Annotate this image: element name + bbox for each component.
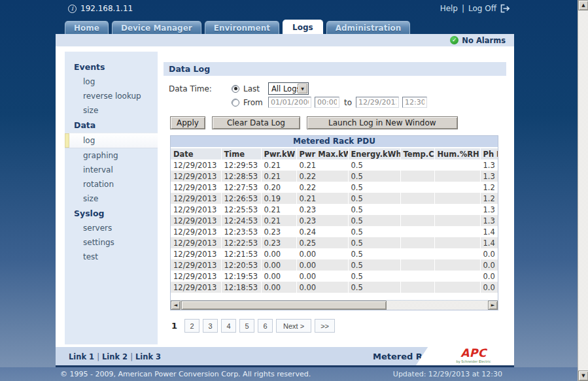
footer-link-1[interactable]: Link 1 [69,352,94,361]
sidebar-item-syslog-test[interactable]: test [65,250,158,264]
table-row: 12/29/201312:24:530.210.230.51.3 [171,215,498,226]
from-radio[interactable] [232,99,239,107]
table-cell: 0.5 [348,248,400,259]
table-cell: 0.00 [261,271,296,282]
log-range-value: All Logs [271,84,300,93]
launch-log-button[interactable]: Launch Log in New Window [307,116,458,129]
sidebar-item-events-log[interactable]: log [65,75,158,89]
page-button-5[interactable]: 5 [239,319,254,333]
sidebar-item-data-interval[interactable]: interval [65,163,158,177]
scroll-down-button[interactable]: ▼ [578,371,588,381]
log-range-select[interactable]: All Logs ▼ [268,82,309,95]
page-button-6[interactable]: 6 [258,319,273,333]
sidebar-item-data-log[interactable]: log [65,133,158,148]
column-header-ph-i: Ph I [480,148,498,159]
column-header-pwr-max-kw: Pwr Max.kW [296,148,348,159]
table-cell: 12:23:53 [221,226,261,237]
table-cell: 12:29:53 [221,159,261,171]
from-time-input[interactable] [315,97,339,108]
table-cell: 0.00 [296,271,348,282]
horizontal-scrollbar[interactable]: ◄ ► [171,300,498,310]
footer-link-2[interactable]: Link 2 [102,352,128,361]
chevron-down-icon[interactable]: ▼ [298,84,307,93]
table-cell: 12:18:53 [221,282,261,293]
horizontal-scroll-thumb[interactable] [181,301,387,310]
scroll-right-button[interactable]: ► [488,301,498,310]
column-header-time: Time [221,148,261,159]
table-cell: 12/29/2013 [171,226,221,237]
logoff-icon[interactable] [500,4,511,13]
to-date-input[interactable] [356,97,399,108]
to-label: to [344,98,352,107]
table-cell: 12:24:53 [221,215,261,226]
table-cell: 0.22 [296,171,348,182]
table-row: 12/29/201312:18:530.000.000.50.0 [171,282,498,293]
sidebar-item-events-reverse-lookup[interactable]: reverse lookup [65,89,158,103]
sidebar-item-syslog-servers[interactable]: servers [65,221,158,235]
link-separator: | [94,352,102,361]
sidebar-item-syslog-settings[interactable]: settings [65,235,158,250]
vertical-scrollbar[interactable]: ▲ ▼ [578,0,588,381]
pagination: 1 23456Next >>> [171,319,506,333]
tab-administration[interactable]: Administration [326,21,411,35]
tab-home[interactable]: Home [65,21,109,35]
page-button-3[interactable]: 3 [203,319,218,333]
table-cell: 12/29/2013 [171,182,221,193]
sidebar-item-data-rotation[interactable]: rotation [65,177,158,191]
table-cell: 12/29/2013 [171,282,221,293]
table-cell: 0.5 [348,271,400,282]
sidebar-item-data-graphing[interactable]: graphing [65,148,158,163]
column-header-date: Date [171,148,221,159]
page-button-4[interactable]: 4 [221,319,236,333]
from-filter-row: From to [169,95,506,109]
table-row: 12/29/201312:28:530.210.220.51.3 [171,171,498,182]
apply-button[interactable]: Apply [170,116,205,129]
table-cell [400,282,434,293]
tab-device-manager[interactable]: Device Manager [112,21,201,35]
last-page-button[interactable]: >> [315,319,335,333]
sidebar-item-data-size[interactable]: size [65,191,158,206]
table-cell: 12:28:53 [221,171,261,182]
table-cell: 1.4 [480,237,498,248]
table-row: 12/29/201312:23:530.230.240.51.4 [171,226,498,237]
table-cell [434,171,480,182]
page-button-2[interactable]: 2 [184,319,199,333]
to-time-input[interactable] [402,97,427,108]
logoff-link[interactable]: Log Off [468,4,496,13]
tab-logs[interactable]: Logs [283,20,323,35]
table-row: 12/29/201312:21:530.000.000.50.0 [171,248,498,259]
table-cell [434,226,480,237]
last-radio[interactable] [232,85,239,93]
table-cell: 0.23 [261,226,296,237]
table-cell: 1.3 [480,171,498,182]
main-content: Data Log Data Time: Last All Logs ▼ [164,62,506,333]
table-cell [400,248,434,259]
table-cell: 0.22 [296,182,348,193]
link-separator: | [128,352,135,361]
tab-environment[interactable]: Environment [205,21,279,35]
footer-link-3[interactable]: Link 3 [135,352,161,361]
from-date-input[interactable] [268,97,311,108]
table-cell [434,215,480,226]
scroll-up-button[interactable]: ▲ [578,0,588,10]
table-cell [434,282,480,293]
scroll-left-button[interactable]: ◄ [171,301,181,310]
table-row: 12/29/201312:19:530.000.000.50.0 [171,271,498,282]
table-cell: 12/29/2013 [171,215,221,226]
table-cell: 12/29/2013 [171,248,221,259]
table-cell: 0.23 [296,204,348,215]
table-cell [434,159,480,171]
info-icon: i [68,5,77,13]
sidebar-item-events-size[interactable]: size [65,103,158,118]
table-row: 12/29/201312:27:530.200.220.51.2 [171,182,498,193]
table-cell [400,182,434,193]
table-cell: 12/29/2013 [171,271,221,282]
card-body: Eventslogreverse lookupsizeDataloggraphi… [56,46,514,347]
table-cell: 0.0 [480,248,498,259]
table-cell [434,271,480,282]
updated-text: Updated: 12/29/2013 at 12:30 [393,370,502,378]
next-page-button[interactable]: Next > [276,319,311,333]
table-cell [434,193,480,204]
help-link[interactable]: Help [440,4,458,13]
clear-data-log-button[interactable]: Clear Data Log [212,116,300,129]
